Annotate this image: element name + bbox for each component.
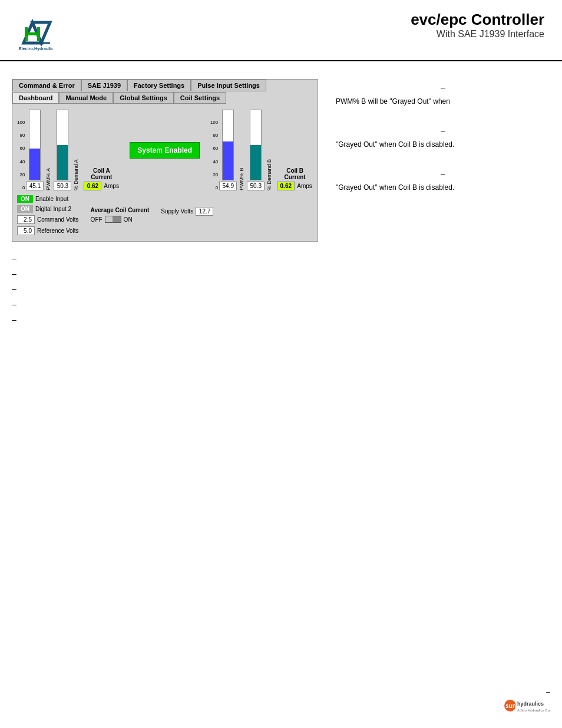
header: Electro-Hydraulic Control Solutions evc/… — [0, 0, 562, 61]
lower-item-2: – — [12, 269, 550, 278]
tab-row-1: Command & Error SAE J1939 Factory Settin… — [12, 80, 318, 91]
coil-b-amps-row: 0.62 Amps — [277, 182, 313, 190]
coil-b-section: 100 80 60 40 20 0 54.9 — [210, 110, 313, 190]
pwm-grayed-text: PWM% B will be "Grayed Out" when — [336, 96, 550, 107]
svg-text:Electro-Hydraulic: Electro-Hydraulic — [19, 47, 53, 51]
coil-b-current: 0.62 — [277, 182, 295, 190]
reference-volts-row: 5.0 Reference Volts — [17, 226, 79, 235]
right-dash-2: – — [336, 124, 550, 137]
coil-b-label: Coil B Current — [277, 167, 313, 180]
system-enabled-area: System Enabled — [125, 110, 204, 190]
grayed-coil-b-1: "Grayed Out" when Coil B is disabled. — [336, 139, 550, 150]
tab-sae-j1939[interactable]: SAE J1939 — [81, 80, 127, 91]
lower-dash-3: – — [12, 284, 16, 294]
demand-b-label: % Demand B — [266, 120, 272, 190]
right-panel: – PWM% B will be "Grayed Out" when – "Gr… — [330, 79, 550, 242]
supply-volts-label: Supply Volts — [161, 208, 193, 215]
pwm-b-fill — [223, 141, 233, 180]
app-subtitle: With SAE J1939 Interface — [411, 29, 544, 39]
footer-dash: – — [546, 688, 550, 696]
coil-a-amps-unit: Amps — [104, 183, 119, 189]
digital-input2-button[interactable]: ON — [17, 205, 33, 213]
bottom-controls: ON Enable Input ON Digital Input 2 2.5 C… — [17, 195, 313, 235]
scale-ticks-pwm-a: 100 80 60 40 20 0 — [17, 120, 25, 190]
footer: – sun hydraulics A Sun Hydraulics Compan… — [503, 688, 550, 716]
reference-volts-value[interactable]: 5.0 — [17, 226, 35, 235]
pwm-b-label: PWM% B — [239, 120, 244, 190]
system-enabled-button[interactable]: System Enabled — [130, 142, 200, 159]
svg-text:sun: sun — [505, 703, 516, 709]
reference-volts-label: Reference Volts — [37, 228, 79, 234]
demand-b-bar — [250, 110, 262, 180]
tab-global-settings[interactable]: Global Settings — [113, 92, 174, 104]
tab-factory-settings[interactable]: Factory Settings — [127, 80, 191, 91]
toggle-row: OFF ON — [91, 216, 150, 223]
company-logo: Electro-Hydraulic Control Solutions — [12, 11, 77, 54]
lower-item-4: – — [12, 299, 550, 309]
pwm-a-bar — [29, 110, 41, 180]
lower-content: – – – – – — [0, 248, 562, 336]
demand-b-fill — [250, 145, 261, 180]
tab-coil-settings[interactable]: Coil Settings — [174, 92, 226, 104]
pwm-b-value: 54.9 — [219, 182, 237, 190]
avg-coil-toggle[interactable] — [105, 216, 121, 223]
coil-a-section: 100 80 60 40 20 0 45.1 — [17, 110, 119, 190]
pwm-a-label: PWM% A — [45, 120, 51, 190]
lower-dash-4: – — [12, 299, 16, 309]
gauges-area: 100 80 60 40 20 0 45.1 — [17, 110, 313, 190]
svg-text:A Sun Hydraulics Company: A Sun Hydraulics Company — [517, 709, 550, 712]
scale-ticks-pwm-b: 100 80 60 40 20 0 — [210, 120, 218, 190]
enable-input-label: Enable Input — [35, 196, 68, 202]
right-dash-1: – — [336, 81, 550, 94]
tab-dashboard[interactable]: Dashboard — [12, 92, 59, 104]
toggle-thumb — [105, 216, 113, 222]
coil-a-amps-row: 0.62 Amps — [84, 182, 119, 190]
digital-input2-label: Digital Input 2 — [35, 206, 71, 212]
svg-rect-5 — [25, 32, 40, 35]
dashboard-panel: Command & Error SAE J1939 Factory Settin… — [12, 79, 318, 242]
middle-controls: Average Coil Current OFF ON — [91, 207, 150, 223]
digital-input2-row: ON Digital Input 2 — [17, 205, 79, 213]
grayed-coil-b-2: "Grayed Out" when Coil B is disabled. — [336, 182, 550, 193]
app-title: evc/epc Controller — [411, 11, 544, 29]
coil-a-label: Coil A Current — [84, 167, 119, 180]
supply-volts-row: Supply Volts 12.7 — [161, 207, 213, 216]
dashboard-body: 100 80 60 40 20 0 45.1 — [12, 104, 318, 241]
demand-b-value: 50.3 — [247, 182, 265, 190]
toggle-on-label: ON — [124, 216, 133, 223]
tab-row-2: Dashboard Manual Mode Global Settings Co… — [12, 92, 318, 104]
coil-a-current: 0.62 — [84, 182, 101, 190]
supply-volts-value: 12.7 — [196, 207, 213, 216]
lower-dash-2: – — [12, 269, 16, 278]
svg-text:hydraulics: hydraulics — [517, 701, 544, 707]
pwm-b-bar — [222, 110, 234, 180]
enable-input-row: ON Enable Input — [17, 195, 79, 203]
header-title-block: evc/epc Controller With SAE J1939 Interf… — [411, 11, 544, 42]
coil-b-amps-unit: Amps — [297, 183, 312, 189]
left-controls: ON Enable Input ON Digital Input 2 2.5 C… — [17, 195, 79, 235]
lower-item-1: – — [12, 253, 550, 263]
lower-dash-1: – — [12, 253, 16, 263]
command-volts-row: 2.5 Command Volts — [17, 215, 79, 224]
footer-logo: sun hydraulics A Sun Hydraulics Company — [503, 699, 550, 716]
lower-item-3: – — [12, 284, 550, 294]
avg-coil-current-label: Average Coil Current — [91, 207, 150, 213]
pwm-a-fill — [29, 149, 40, 180]
enable-input-button[interactable]: ON — [17, 195, 33, 203]
demand-a-value: 50.3 — [54, 182, 71, 190]
command-volts-label: Command Volts — [37, 216, 79, 223]
demand-a-fill — [57, 145, 68, 180]
demand-a-label: % Demand A — [73, 120, 79, 190]
lower-dash-5: – — [12, 315, 16, 324]
sun-hydraulics-logo-svg: sun hydraulics A Sun Hydraulics Company — [503, 699, 550, 716]
tab-manual-mode[interactable]: Manual Mode — [59, 92, 113, 104]
main-content: Command & Error SAE J1939 Factory Settin… — [0, 61, 562, 248]
command-volts-value[interactable]: 2.5 — [17, 215, 35, 224]
toggle-off-label: OFF — [91, 216, 103, 223]
right-dash-3: – — [336, 167, 550, 180]
lower-item-5: – — [12, 315, 550, 324]
tab-pulse-input[interactable]: Pulse Input Settings — [191, 80, 266, 91]
tab-command-error[interactable]: Command & Error — [12, 80, 81, 91]
pwm-a-value: 45.1 — [26, 182, 44, 190]
svg-text:Control Solutions: Control Solutions — [19, 51, 51, 52]
